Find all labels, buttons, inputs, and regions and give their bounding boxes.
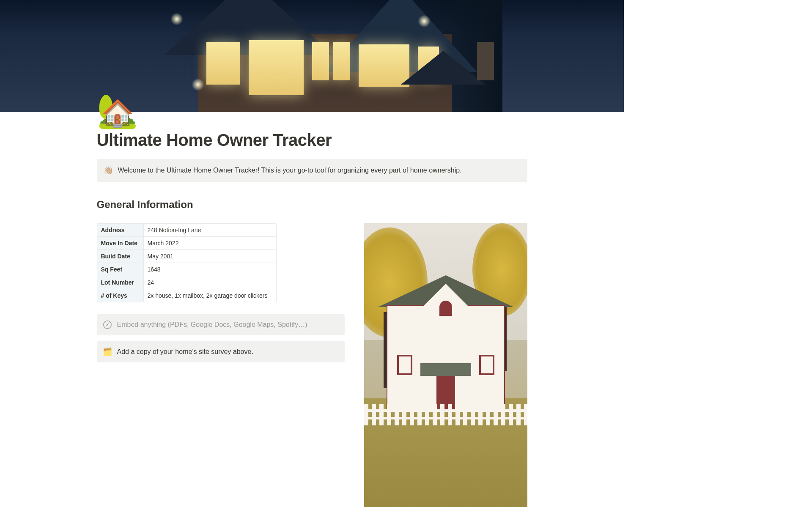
info-label: Sq Feet: [97, 263, 144, 276]
compass-icon: [103, 320, 112, 329]
welcome-callout[interactable]: 👋🏼 Welcome to the Ultimate Home Owner Tr…: [97, 159, 527, 182]
info-label: # of Keys: [97, 289, 144, 302]
welcome-text: Welcome to the Ultimate Home Owner Track…: [118, 167, 462, 174]
table-row[interactable]: Build Date May 2001: [97, 250, 276, 263]
embed-text: Embed anything (PDFs, Google Docs, Googl…: [117, 321, 307, 329]
wave-icon: 👋🏼: [104, 166, 113, 175]
home-photo[interactable]: [364, 223, 527, 507]
table-row[interactable]: # of Keys 2x house, 1x mailbox, 2x garag…: [97, 289, 276, 302]
table-row[interactable]: Move In Date March 2022: [97, 237, 276, 250]
info-value: 2x house, 1x mailbox, 2x garage door cli…: [144, 289, 276, 302]
info-value: 1648: [144, 263, 276, 276]
section-heading-general[interactable]: General Information: [97, 199, 527, 211]
info-value: March 2022: [144, 237, 276, 249]
table-row[interactable]: Sq Feet 1648: [97, 263, 276, 276]
info-value: May 2001: [144, 250, 276, 263]
page-icon[interactable]: 🏡: [97, 94, 527, 127]
site-survey-note[interactable]: 🗂️ Add a copy of your home's site survey…: [97, 341, 345, 362]
page-title[interactable]: Ultimate Home Owner Tracker: [97, 131, 527, 150]
info-value: 24: [144, 276, 276, 289]
svg-marker-1: [106, 323, 109, 326]
info-label: Address: [97, 224, 144, 236]
info-value: 248 Notion-Ing Lane: [144, 224, 276, 236]
page-content: 🏡 Ultimate Home Owner Tracker 👋🏼 Welcome…: [56, 94, 568, 507]
embed-placeholder[interactable]: Embed anything (PDFs, Google Docs, Googl…: [97, 314, 345, 335]
general-info-table[interactable]: Address 248 Notion-Ing Lane Move In Date…: [97, 223, 277, 302]
table-row[interactable]: Address 248 Notion-Ing Lane: [97, 224, 276, 237]
info-label: Lot Number: [97, 276, 144, 289]
info-label: Move In Date: [97, 237, 144, 249]
note-text: Add a copy of your home's site survey ab…: [117, 348, 253, 356]
info-label: Build Date: [97, 250, 144, 263]
folder-icon: 🗂️: [103, 347, 112, 356]
table-row[interactable]: Lot Number 24: [97, 276, 276, 289]
